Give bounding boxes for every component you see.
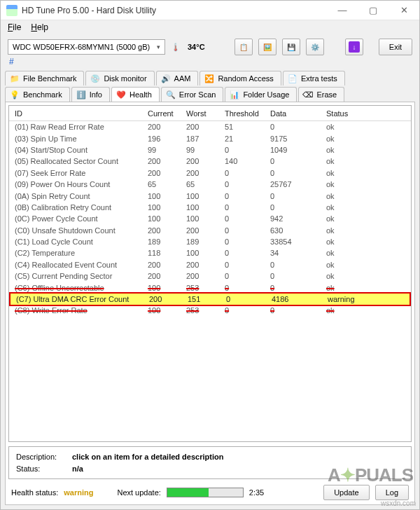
tab-folder-usage[interactable]: 📊Folder Usage [225,87,297,102]
table-row[interactable]: (07) Seek Error Rate20020000ok [9,167,411,179]
table-row[interactable]: (C7) Ultra DMA CRC Error Count2001510418… [10,294,410,305]
cell-w: 189 [186,237,225,246]
col-worst[interactable]: Worst [186,109,225,118]
tab-error-scan[interactable]: 🔍Error Scan [161,87,224,102]
tab-random-access[interactable]: 🔀Random Access [200,71,281,85]
tab-label: Error Scan [179,90,216,99]
cell-d: 942 [270,214,326,223]
table-row[interactable]: (0C) Power Cycle Count1001000942ok [9,213,411,224]
table-row[interactable]: (03) Spin Up Time196187219175ok [9,132,411,144]
cell-s: ok [326,135,405,143]
cell-d: 0 [270,123,326,131]
cell-t: 0 [225,169,270,177]
table-row[interactable]: (C8) Write Error Rate10025300ok [9,305,411,316]
cell-id: (C0) Unsafe Shutdown Count [15,226,148,235]
cell-t: 140 [225,157,270,165]
cell-id: (01) Raw Read Error Rate [15,123,148,131]
table-row[interactable]: (C2) Temperature118100034ok [9,247,411,259]
close-icon[interactable]: ✕ [388,1,419,20]
tab-benchmark[interactable]: 💡Benchmark [5,87,70,102]
run-button[interactable]: ↓ [345,39,363,55]
tab-aam[interactable]: 🔊AAM [156,71,199,85]
table-row[interactable]: (C1) Load Cycle Count189189033854ok [9,236,411,247]
tab-label: Random Access [218,74,273,83]
table-row[interactable]: (C5) Current Pending Sector20020000ok [9,270,411,282]
tab-info[interactable]: ℹ️Info [71,87,110,102]
table-row[interactable]: (01) Raw Read Error Rate200200510ok [9,121,411,132]
col-current[interactable]: Current [148,109,186,118]
drive-select-value: WDC WD50EFRX-68MYMN1 (5000 gB) [13,43,150,51]
next-update-label: Next update: [117,488,160,497]
log-button[interactable]: Log [375,485,409,500]
screenshot-button[interactable]: 🖼️ [258,39,276,55]
table-row[interactable]: (0A) Spin Retry Count10010000ok [9,190,411,201]
col-threshold[interactable]: Threshold [225,109,270,118]
tab-file-benchmark[interactable]: 📁File Benchmark [5,71,84,85]
health-status-value: warning [64,488,93,497]
cell-w: 100 [186,249,225,257]
tab-label: Erase [316,90,337,99]
description-value: click on an item for a detailed descript… [72,451,223,463]
cell-d: 0 [270,261,326,269]
cell-d: 4186 [272,295,328,303]
cell-s: ok [326,146,405,154]
col-id[interactable]: ID [15,109,148,118]
cell-c: 100 [148,284,186,292]
copy-icon: 📋 [239,42,248,52]
col-status[interactable]: Status [326,109,405,118]
tab-label: Extra tests [301,74,337,83]
menu-help[interactable]: Help [31,22,48,32]
cell-t: 0 [225,237,270,246]
cell-t: 0 [225,226,270,235]
table-row[interactable]: (09) Power On Hours Count6565025767ok [9,179,411,190]
cell-d: 0 [270,272,326,280]
tab-health[interactable]: ❤️Health [111,87,160,102]
tab-label: File Benchmark [23,74,76,83]
cell-t: 0 [225,180,270,188]
save-button[interactable]: 💾 [282,39,300,55]
copy-button[interactable]: 📋 [234,39,253,55]
cell-s: ok [326,214,405,223]
erase-icon: ⌫ [303,90,313,99]
cell-w: 200 [186,123,225,131]
table-row[interactable]: (0B) Calibration Retry Count10010000ok [9,202,411,213]
cell-c: 100 [148,203,186,212]
update-button[interactable]: Update [323,485,369,500]
cell-id: (03) Spin Up Time [15,135,148,143]
cell-id: (C5) Current Pending Sector [15,272,148,280]
menu-file[interactable]: File [8,22,21,32]
col-data[interactable]: Data [270,109,326,118]
cell-id: (07) Seek Error Rate [15,169,148,177]
cell-d: 0 [270,192,326,200]
cell-id: (0A) Spin Retry Count [15,192,148,200]
description-label: Description: [16,451,65,463]
cell-c: 100 [148,192,186,200]
error-scan-icon: 🔍 [166,90,176,99]
tab-label: Folder Usage [243,90,289,99]
tab-extra-tests[interactable]: 📄Extra tests [283,71,345,85]
cell-c: 200 [148,261,186,269]
random-access-icon: 🔀 [204,74,214,83]
cell-w: 253 [186,284,225,292]
drive-select[interactable]: WDC WD50EFRX-68MYMN1 (5000 gB) ▾ [8,39,165,55]
table-row[interactable]: (C4) Reallocated Event Count20020000ok [9,259,411,270]
cell-c: 200 [148,226,186,235]
health-icon: ❤️ [116,90,126,99]
cell-c: 100 [148,214,186,223]
cell-d: 0 [270,157,326,165]
window-title: HD Tune Pro 5.00 - Hard Disk Utility [22,6,327,15]
minimize-icon[interactable]: — [327,1,358,20]
cell-w: 100 [186,214,225,223]
tab-disk-monitor[interactable]: 💿Disk monitor [85,71,154,85]
settings-button[interactable]: ⚙️ [306,39,324,55]
tab-erase[interactable]: ⌫Erase [298,87,344,102]
cell-t: 0 [225,261,270,269]
table-row[interactable]: (04) Start/Stop Count999901049ok [9,144,411,156]
cell-w: 200 [186,157,225,165]
table-row[interactable]: (C6) Offline Uncorrectable10025300ok [9,282,411,293]
table-row[interactable]: (05) Reallocated Sector Count2002001400o… [9,156,411,167]
exit-button[interactable]: Exit [379,39,412,55]
maximize-icon[interactable]: ▢ [358,1,388,20]
cell-t: 21 [225,135,270,143]
table-row[interactable]: (C0) Unsafe Shutdown Count2002000630ok [9,225,411,236]
